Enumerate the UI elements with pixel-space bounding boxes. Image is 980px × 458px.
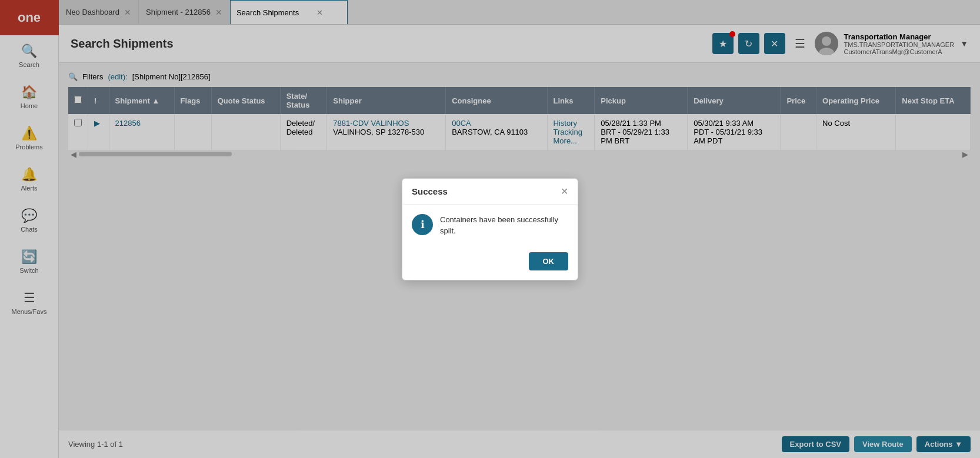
modal-message: Containers have been successfully split. [440, 214, 568, 237]
modal-header: Success ✕ [402, 179, 578, 205]
modal-footer: OK [402, 246, 578, 280]
modal-title: Success [412, 186, 448, 196]
modal-body: ℹ Containers have been successfully spli… [402, 205, 578, 246]
modal-info-icon: ℹ [412, 214, 433, 235]
modal-ok-button[interactable]: OK [529, 252, 569, 270]
modal-close-button[interactable]: ✕ [561, 186, 568, 197]
modal-overlay[interactable]: Success ✕ ℹ Containers have been success… [0, 0, 980, 458]
success-modal: Success ✕ ℹ Containers have been success… [402, 178, 578, 280]
